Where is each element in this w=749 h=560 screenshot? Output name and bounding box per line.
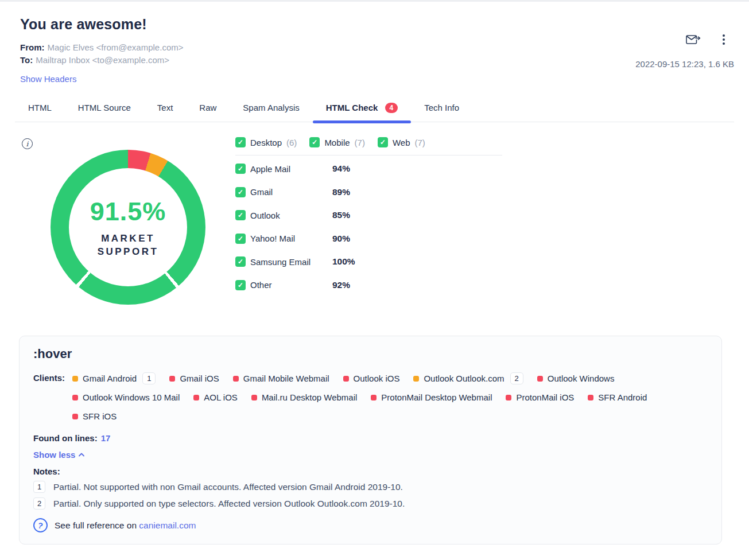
unsupported-dot-icon xyxy=(233,376,239,382)
client-badge-label: SFR Android xyxy=(598,392,647,402)
note-ref-badge: 2 xyxy=(510,372,523,384)
unsupported-dot-icon xyxy=(72,414,78,419)
forward-email-icon[interactable] xyxy=(686,34,701,45)
platform-label: Mobile xyxy=(324,138,350,147)
client-name: Outlook xyxy=(250,211,332,220)
client-badge-label: Gmail Mobile Webmail xyxy=(243,374,329,383)
platform-filter-web[interactable]: Web (7) xyxy=(378,137,425,147)
email-preview-page: 2022-09-15 12:23, 1.6 KB You are awesome… xyxy=(0,16,749,545)
issue-count-badge: 4 xyxy=(385,103,398,113)
market-support-column: 91.5% MARKET SUPPORT xyxy=(15,122,235,305)
client-badge-label: Outlook Windows xyxy=(548,374,615,383)
client-badge-outlook-windows: Outlook Windows xyxy=(537,374,615,383)
checkbox-checked-icon[interactable] xyxy=(309,137,320,147)
donut-center: 91.5% MARKET SUPPORT xyxy=(69,168,187,286)
unsupported-dot-icon xyxy=(72,395,78,400)
checkbox-checked-icon[interactable] xyxy=(235,187,246,197)
tab-text[interactable]: Text xyxy=(144,97,187,122)
affected-clients: Clients: Gmail Android 1 Gmail iOS Gmail… xyxy=(33,369,708,426)
client-badge-label: Gmail Android xyxy=(83,374,137,383)
client-badge-outlook-outlook-com: Outlook Outlook.com 2 xyxy=(413,372,523,384)
client-badge-aol-ios: AOL iOS xyxy=(193,392,238,402)
checkbox-checked-icon[interactable] xyxy=(378,137,388,147)
unsupported-dot-icon xyxy=(343,376,349,382)
found-on-lines-link[interactable]: 17 xyxy=(101,433,111,443)
platform-filter-mobile[interactable]: Mobile (7) xyxy=(309,137,365,147)
checkbox-checked-icon[interactable] xyxy=(235,280,246,290)
caniemail-link[interactable]: caniemail.com xyxy=(139,520,196,530)
client-badge-label: Outlook Outlook.com xyxy=(424,374,504,383)
client-badge-mailru-desktop-webmail: Mail.ru Desktop Webmail xyxy=(251,392,357,402)
to-value: Mailtrap Inbox <to@example.com> xyxy=(36,55,169,65)
reference-footer: See full reference on caniemail.com xyxy=(33,518,708,532)
info-icon[interactable] xyxy=(22,138,33,149)
issue-card-hover: :hover Clients: Gmail Android 1 Gmail iO… xyxy=(19,336,722,545)
client-row-samsung-email: Samsung Email 100% xyxy=(235,250,502,274)
tab-spam-analysis[interactable]: Spam Analysis xyxy=(230,97,312,122)
platform-label: Desktop xyxy=(250,138,282,147)
tab-html-source[interactable]: HTML Source xyxy=(65,97,144,122)
client-badge-sfr-ios: SFR iOS xyxy=(72,411,117,421)
note-number-badge: 2 xyxy=(33,497,45,510)
platform-count: (6) xyxy=(286,138,297,147)
client-row-apple-mail: Apple Mail 94% xyxy=(235,157,502,181)
client-name: Gmail xyxy=(250,187,332,197)
client-name: Apple Mail xyxy=(250,164,332,174)
client-badge-protonmail-ios: ProtonMail iOS xyxy=(506,392,574,402)
checkbox-checked-icon[interactable] xyxy=(235,256,246,267)
issue-title: :hover xyxy=(33,347,708,361)
note-text: Partial. Only supported on type selector… xyxy=(53,499,405,509)
tab-tech-info[interactable]: Tech Info xyxy=(411,97,472,122)
chevron-up-icon xyxy=(79,453,84,457)
unsupported-dot-icon xyxy=(371,395,377,400)
client-name: Other xyxy=(250,280,332,290)
client-percent: 90% xyxy=(332,234,350,244)
email-meta: 2022-09-15 12:23, 1.6 KB xyxy=(635,59,734,69)
from-line: From:Magic Elves <from@example.com> xyxy=(20,41,734,54)
client-percent: 92% xyxy=(332,280,350,290)
unsupported-dot-icon xyxy=(588,395,593,400)
show-less-label: Show less xyxy=(33,450,75,460)
platform-count: (7) xyxy=(414,138,425,147)
platform-filter-desktop[interactable]: Desktop (6) xyxy=(235,137,297,147)
client-badge-gmail-android: Gmail Android 1 xyxy=(72,372,156,384)
reference-text: See full reference on caniemail.com xyxy=(55,520,196,531)
client-percent: 100% xyxy=(332,256,355,267)
checkbox-checked-icon[interactable] xyxy=(235,234,246,244)
client-name: Yahoo! Mail xyxy=(250,234,332,243)
platform-filters: Desktop (6) Mobile (7) Web (7) xyxy=(235,137,502,155)
checkbox-checked-icon[interactable] xyxy=(235,210,246,220)
email-subject: You are awesome! xyxy=(20,16,734,33)
checkbox-checked-icon[interactable] xyxy=(235,137,246,147)
tab-html-check-label: HTML Check xyxy=(326,103,378,112)
checkbox-checked-icon[interactable] xyxy=(235,164,246,174)
client-badge-row: SFR iOS xyxy=(72,407,708,426)
tab-html-check[interactable]: HTML Check 4 xyxy=(313,97,411,122)
client-badge-sfr-android: SFR Android xyxy=(588,392,647,402)
market-support-donut: 91.5% MARKET SUPPORT xyxy=(51,150,205,305)
tab-html[interactable]: HTML xyxy=(15,97,65,122)
partial-dot-icon xyxy=(72,376,78,382)
client-badge-label: Outlook Windows 10 Mail xyxy=(83,392,180,402)
client-row-other: Other 92% xyxy=(235,274,502,297)
client-badge-row: Outlook Windows 10 Mail AOL iOS Mail.ru … xyxy=(72,388,708,407)
client-badge-gmail-ios: Gmail iOS xyxy=(169,374,219,383)
note-ref-badge: 1 xyxy=(142,372,156,384)
client-badge-gmail-mobile-webmail: Gmail Mobile Webmail xyxy=(233,374,329,383)
tab-raw[interactable]: Raw xyxy=(186,97,230,122)
from-label: From: xyxy=(20,42,45,52)
note-text: Partial. Not supported with non Gmail ac… xyxy=(53,482,403,492)
header-actions xyxy=(686,33,726,46)
platform-count: (7) xyxy=(355,138,365,147)
unsupported-dot-icon xyxy=(193,395,199,400)
note-number-badge: 1 xyxy=(33,481,45,493)
show-headers-link[interactable]: Show Headers xyxy=(20,74,76,84)
partial-dot-icon xyxy=(413,376,419,382)
more-options-icon[interactable] xyxy=(721,33,726,46)
from-value: Magic Elves <from@example.com> xyxy=(48,42,184,52)
client-badge-row: Gmail Android 1 Gmail iOS Gmail Mobile W… xyxy=(72,369,708,388)
show-less-link[interactable]: Show less xyxy=(33,450,84,460)
client-support-column: Desktop (6) Mobile (7) Web (7) Apple M xyxy=(235,137,502,305)
market-support-label: MARKET SUPPORT xyxy=(85,232,171,258)
notes-label: Notes: xyxy=(33,466,708,476)
